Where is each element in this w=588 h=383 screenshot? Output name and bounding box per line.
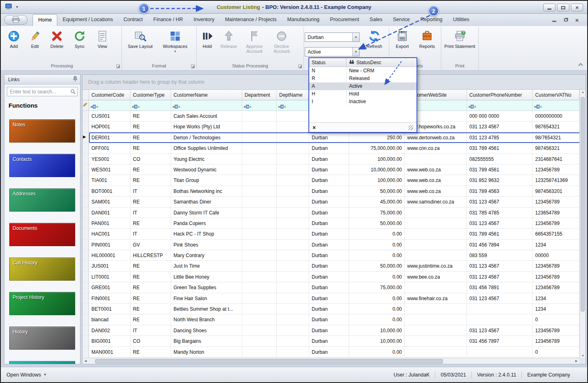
filter-cell-deptname[interactable]: aBc bbox=[277, 100, 309, 111]
horizontal-scrollbar[interactable]: ◀▶ bbox=[82, 358, 579, 364]
tab-service[interactable]: Service bbox=[388, 14, 415, 26]
table-row-DAN002[interactable]: DAN002ITDancing ShoesDurban10,000.00031 … bbox=[82, 325, 586, 336]
status-option-A[interactable]: AActive bbox=[309, 82, 417, 90]
collapse-ribbon-icon[interactable] bbox=[578, 63, 583, 67]
filter-cell-department[interactable]: aBc bbox=[242, 100, 277, 111]
table-row-FIN0001[interactable]: FIN0001REFine Hair SalonDurban0.00www.fi… bbox=[82, 293, 586, 304]
table-row-JUS001[interactable]: JUS001REJust In TimeDurban50,000.00www.j… bbox=[82, 261, 586, 271]
tab-equipment-locations[interactable]: Equipment / Locations bbox=[57, 14, 118, 26]
decline-account-button[interactable]: Decline Account bbox=[268, 28, 295, 54]
table-row-TIA001[interactable]: TIA001RETitan GroupDurban100,000.00www.w… bbox=[82, 175, 586, 186]
clear-filter-button[interactable]: × bbox=[312, 125, 316, 130]
table-row-BIG0001[interactable]: BIG0001COBig BargainsDurban10,000.00031 … bbox=[82, 336, 586, 346]
edit-button[interactable]: Edit bbox=[24, 28, 46, 49]
release-button[interactable]: Release bbox=[217, 28, 241, 49]
resize-grip-icon[interactable] bbox=[408, 125, 413, 130]
status-option-R[interactable]: RReleased bbox=[309, 75, 417, 82]
filter-cell-customercode[interactable]: aBc bbox=[89, 100, 130, 111]
table-row-DAN001[interactable]: DAN001ITDanny Storm IT CafeDurban75,000.… bbox=[82, 208, 586, 218]
pin-icon[interactable] bbox=[73, 76, 78, 83]
table-row-PAN001[interactable]: PAN001REPanda CopiersDurban50,000.00031 … bbox=[82, 218, 586, 229]
function-project-history[interactable]: Project History bbox=[9, 292, 75, 315]
filter-cell-customervatno[interactable]: aBc bbox=[533, 100, 579, 111]
search-icon[interactable] bbox=[70, 89, 76, 95]
function-contacts[interactable]: Contacts bbox=[9, 154, 75, 177]
hold-button[interactable]: Hold bbox=[197, 28, 217, 49]
function-more[interactable] bbox=[9, 361, 75, 364]
filter-cell-customername[interactable]: aBc bbox=[171, 100, 242, 111]
print-statement-button[interactable]: ? Print Statement bbox=[443, 28, 477, 49]
table-row-BET0001[interactable]: BET0001REBetties Summer Shop at t...Durb… bbox=[82, 304, 586, 314]
status-filter-dropdown-icon[interactable]: ▼ bbox=[352, 48, 359, 56]
close-button[interactable]: × bbox=[571, 4, 583, 11]
table-row-HAC001[interactable]: HAC001ITHack PC - IT ShopDurban0.00031 7… bbox=[82, 229, 586, 239]
table-row-OFF001[interactable]: OFF001REOffice Supplies UnlimitedDurban7… bbox=[82, 143, 586, 154]
column-header-customercode[interactable]: CustomerCode bbox=[89, 90, 130, 100]
status-option-I[interactable]: IInactive bbox=[309, 98, 417, 106]
mdi-minimize-button[interactable] bbox=[550, 16, 559, 24]
mdi-close-button[interactable]: × bbox=[573, 16, 581, 24]
table-row-BOT0001[interactable]: BOT0001ITBothas Networking incDurban50,0… bbox=[82, 186, 586, 197]
tab-reporting[interactable]: Reporting bbox=[415, 14, 448, 26]
export-button[interactable]: Export bbox=[390, 28, 414, 49]
sync-button[interactable]: Sync bbox=[68, 28, 91, 49]
table-row-GRE001[interactable]: GRE001REGreen Tea SuppliesDurban75,000.0… bbox=[82, 282, 586, 293]
tab-finance-hr[interactable]: Finance / HR bbox=[148, 14, 188, 26]
tab-utilities[interactable]: Utilities bbox=[448, 14, 475, 26]
table-row-MAN0001[interactable]: MAN0001REMandy NortonDurban0.000 bbox=[82, 347, 586, 357]
add-button[interactable]: Add bbox=[3, 28, 24, 49]
function-notes[interactable]: Notes bbox=[9, 119, 75, 143]
filter-cell-customertype[interactable]: aBc bbox=[130, 100, 171, 111]
delete-button[interactable]: Delete bbox=[46, 28, 68, 49]
table-row-HIL000001[interactable]: HIL000001HILLCRESTPMary ContraryDurban0.… bbox=[82, 250, 586, 261]
scrollbar-thumb[interactable] bbox=[95, 359, 443, 364]
function-addresses[interactable]: Addresses bbox=[9, 188, 75, 212]
column-header-customername[interactable]: CustomerName bbox=[171, 90, 242, 100]
scrollbar-thumb[interactable] bbox=[581, 97, 585, 312]
search-input[interactable] bbox=[7, 87, 78, 96]
save-layout-button[interactable]: Save Layout bbox=[123, 28, 158, 49]
tab-inventory[interactable]: Inventory bbox=[188, 14, 219, 26]
approve-account-button[interactable]: Approve Account bbox=[241, 28, 268, 54]
site-filter-combo[interactable]: Durban ▼ bbox=[305, 32, 360, 42]
function-history[interactable]: History bbox=[9, 327, 75, 350]
view-button[interactable]: View bbox=[91, 28, 114, 49]
tab-contract[interactable]: Contract bbox=[118, 14, 148, 26]
table-row-DER001[interactable]: ▶DER001REDerton / TechnologiesDurban250.… bbox=[82, 132, 586, 143]
status-option-N[interactable]: NNew - CRM bbox=[309, 67, 417, 75]
column-header-customertype[interactable]: CustomerType bbox=[130, 90, 171, 100]
dialog-launcher-icon[interactable] bbox=[191, 65, 195, 68]
function-call-history[interactable]: Call History bbox=[9, 257, 75, 281]
open-windows-button[interactable]: Open Windows ▼ bbox=[7, 372, 47, 378]
column-header-deptname[interactable]: DeptName bbox=[277, 90, 309, 100]
table-row-WES001[interactable]: WES001REWestwood DynamicDurban10,000,000… bbox=[82, 164, 586, 175]
table-row-SAM001[interactable]: SAM001RESamanthas DinerDurban45,000.00ww… bbox=[82, 197, 586, 207]
tab-manufacturing[interactable]: Manufacturing bbox=[282, 14, 325, 26]
dropdown-column-statusdesc[interactable]: StatusDesc bbox=[347, 58, 417, 67]
tab-sales[interactable]: Sales bbox=[365, 14, 388, 26]
vertical-scrollbar[interactable]: ▲▼ bbox=[579, 90, 586, 358]
tab-maintenance-projects[interactable]: Maintenance / Projects bbox=[220, 14, 282, 26]
dialog-launcher-icon[interactable] bbox=[116, 65, 120, 68]
maximize-button[interactable] bbox=[557, 4, 569, 11]
quick-access-dropdown-icon[interactable]: ▼ bbox=[15, 5, 19, 9]
table-row-LIT0001[interactable]: LIT0001RELittle Bee HoneyDurban0.00www.b… bbox=[82, 272, 586, 282]
status-filter-combo[interactable]: Active ▼ bbox=[305, 47, 360, 56]
mdi-restore-button[interactable] bbox=[561, 16, 570, 24]
tab-procurement[interactable]: Procurement bbox=[325, 14, 365, 26]
site-filter-dropdown-icon[interactable]: ▼ bbox=[352, 33, 359, 41]
status-option-H[interactable]: HHold bbox=[309, 90, 417, 98]
application-button[interactable] bbox=[4, 15, 28, 25]
column-header-department[interactable]: Department bbox=[242, 90, 277, 100]
refresh-button[interactable]: Refresh bbox=[362, 28, 387, 49]
function-documents[interactable]: Documents bbox=[9, 223, 75, 246]
table-row-biancad[interactable]: biancadRENorth West BranchDurban0.000 bbox=[82, 314, 586, 325]
reports-button[interactable]: Reports bbox=[414, 28, 440, 49]
dropdown-column-status[interactable]: Status bbox=[309, 58, 347, 67]
minimize-button[interactable] bbox=[543, 4, 555, 11]
dialog-launcher-icon[interactable] bbox=[298, 65, 302, 68]
table-row-PIN0001[interactable]: PIN0001GVPink ShoesDurban0.00031 456 789… bbox=[82, 240, 586, 250]
table-row-YES001[interactable]: YES001COYoung ElectricDurban100,000.0008… bbox=[82, 154, 586, 164]
filter-cell-customerphonenumber[interactable]: aBc bbox=[467, 100, 533, 111]
column-header-customervatno[interactable]: CustomerVATNo bbox=[533, 90, 579, 100]
